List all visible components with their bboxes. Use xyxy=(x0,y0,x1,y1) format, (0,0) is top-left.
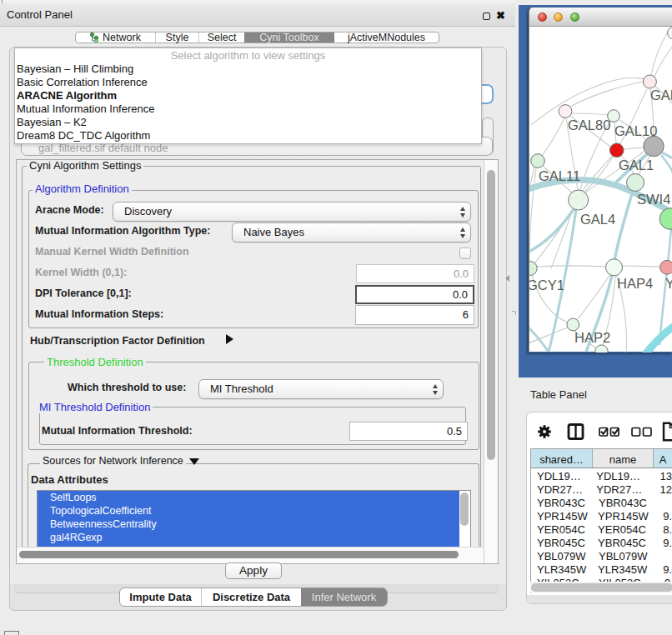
svg-text:GAL4: GAL4 xyxy=(580,212,615,227)
svg-text:GAL11: GAL11 xyxy=(539,168,580,183)
svg-text:GAL80: GAL80 xyxy=(568,118,610,132)
svg-text:HAP2: HAP2 xyxy=(574,330,610,345)
svg-text:YJ: YJ xyxy=(665,276,672,291)
svg-text:GAL10: GAL10 xyxy=(614,123,657,138)
svg-text:GAL2: GAL2 xyxy=(650,88,672,102)
svg-text:GAL1: GAL1 xyxy=(619,158,654,172)
svg-text:HAP4: HAP4 xyxy=(617,276,653,291)
svg-text:GCY1: GCY1 xyxy=(529,278,564,292)
svg-text:SWI4: SWI4 xyxy=(637,192,670,207)
